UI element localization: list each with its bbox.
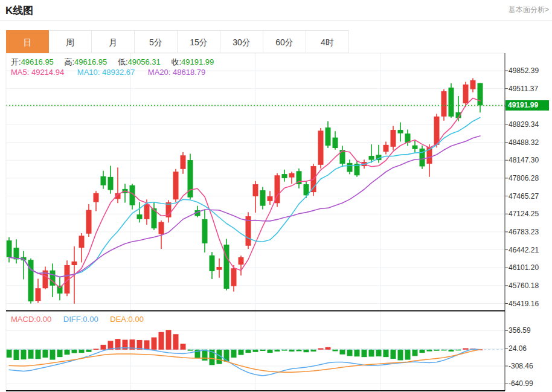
macd-bar [50,350,56,360]
macd-bar [260,350,266,351]
candle-body [108,177,114,190]
candle-body [7,240,12,257]
macd-bar [43,350,48,358]
macd-axis-label: -640.99 [509,379,533,388]
macd-bar [7,350,12,358]
macd-bar [297,350,302,352]
candle-body [137,214,143,219]
price-axis-label: 49511.37 [509,85,538,93]
price-axis-label: 46101.20 [509,263,539,272]
macd-axis-label: 24.06 [509,344,527,353]
high-value: 49616.95 [74,57,107,66]
price-axis-label: 46442.21 [509,246,539,254]
macd-bar [340,350,345,355]
candle-body [239,257,244,265]
current-price-tag: 49191.99 [505,100,549,111]
macd-bar [434,350,440,351]
interval-tab-day[interactable]: 日 [6,30,49,53]
candle-body [441,91,447,117]
macd-bar [101,345,106,350]
macd-bar [188,350,193,351]
interval-tab-30min[interactable]: 30分 [220,30,263,53]
ma5-line [9,98,480,288]
macd-bar [57,350,63,357]
price-axis-label: 47124.25 [509,210,539,218]
candle-body [326,127,331,146]
macd-bar [239,350,244,355]
macd-bar [333,350,338,352]
macd-bar [355,350,360,356]
macd-bar [144,340,150,349]
candle-body [210,255,215,271]
macd-bar [420,350,425,353]
close-label: 收: [171,57,181,66]
macd-bar [449,350,454,352]
candle-body [72,262,77,265]
ma20-line [9,136,480,277]
open-value: 49616.95 [21,57,54,66]
macd-bar [282,350,287,351]
candle-body [173,172,179,199]
price-axis-label: 47806.28 [509,174,539,182]
ma10-legend: MA10: 48932.67 [77,68,135,77]
macd-bar [86,350,92,352]
price-axis-label: 48488.32 [509,138,539,147]
macd-bar [441,350,447,351]
candle-body [260,190,266,206]
candle-body [101,176,106,185]
macd-bar [384,350,389,357]
macd-bar [94,349,99,350]
price-axis-label: 48147.30 [509,156,539,164]
interval-tab-month[interactable]: 月 [92,30,135,53]
macd-bar [166,330,172,350]
macd-bar [304,350,309,352]
candle-body [463,85,469,103]
candle-body [159,222,164,234]
macd-bar [318,349,324,350]
candle-body [231,268,237,286]
open-label: 开: [11,57,21,66]
price-axis-label: 48829.34 [509,120,539,129]
macd-bar [398,350,403,361]
interval-tab-5min[interactable]: 5分 [135,30,178,53]
price-axis-label: 46783.23 [509,228,539,236]
low-value: 49056.31 [128,57,161,66]
ohlc-legend: 开:49616.95 高:49616.95 低:49056.31 收:49191… [11,57,222,68]
macd-bar [231,350,237,358]
macd-legend: MACD:0.00 DIFF:0.00 DEA:0.00 [11,315,153,324]
macd-bar [326,347,331,350]
macd-bar [405,350,411,360]
macd-bar [79,350,85,353]
macd-axis-label: -308.46 [509,362,533,370]
candle-body [202,219,208,243]
candle-body [144,204,150,219]
macd-bar [72,350,77,353]
macd-bar [21,350,27,359]
candle-body [434,117,440,145]
candle-body [289,173,295,178]
candle-body [449,88,454,117]
candle-body [36,288,41,301]
dea-value: DEA:0.00 [110,315,144,324]
interval-tab-60min[interactable]: 60分 [263,30,306,53]
high-label: 高: [64,57,74,66]
price-axis-label: 49852.39 [509,66,539,75]
macd-bar [456,350,461,351]
interval-tab-15min[interactable]: 15分 [178,30,220,53]
interval-tabbar: 日周月5分15分30分60分4时 [6,30,349,53]
macd-bar [181,344,186,350]
macd-bar [376,350,382,356]
macd-bar [427,350,432,352]
macd-bar [152,338,157,350]
ma5-legend: MA5: 49214.94 [11,68,64,77]
price-axis-label: 45760.18 [509,281,539,290]
candle-body [318,130,324,165]
ma20-legend: MA20: 48618.79 [148,68,205,77]
macd-bar [36,350,41,359]
candle-body [57,286,63,294]
close-value: 49191.99 [181,57,214,66]
price-axis-label: 45419.16 [509,300,539,308]
interval-tab-week[interactable]: 周 [49,30,92,53]
interval-tab-4hour[interactable]: 4时 [306,30,349,53]
candle-body [398,130,403,133]
